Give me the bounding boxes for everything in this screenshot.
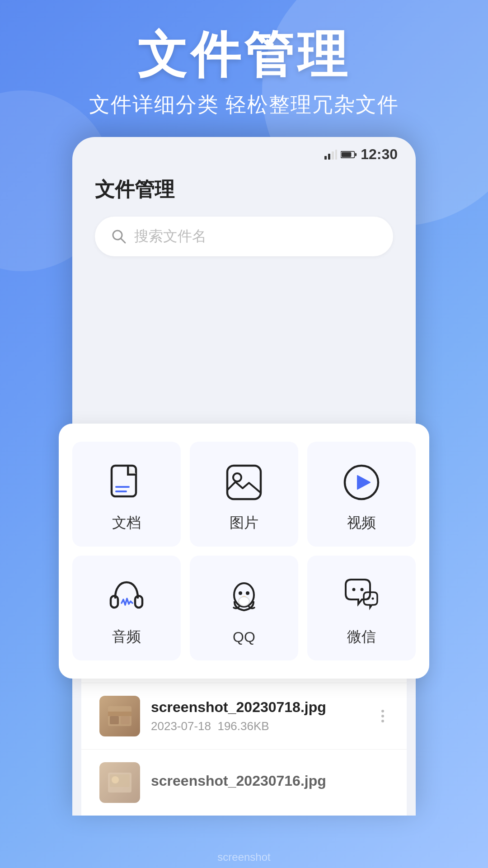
svg-line-8 — [121, 239, 125, 243]
svg-rect-1 — [328, 154, 330, 160]
category-item-wechat[interactable]: 微信 — [307, 556, 416, 660]
more-dots-icon-3 — [381, 710, 384, 722]
svg-point-20 — [239, 597, 249, 606]
svg-rect-0 — [324, 156, 327, 160]
battery-icon — [341, 151, 357, 159]
file-name-screenshot1: screenshot_20230718.jpg — [151, 699, 366, 716]
document-icon-wrap — [104, 460, 149, 505]
file-name-screenshot2: screenshot_20230716.jpg — [151, 773, 389, 789]
page-sub-title: 文件详细分类 轻松整理冗杂文件 — [0, 91, 488, 119]
signal-icon — [324, 150, 337, 160]
phone-body: 文档 图片 — [72, 270, 416, 816]
svg-point-17 — [239, 591, 242, 595]
file-more-screenshot1[interactable] — [377, 705, 389, 727]
thumbnail-icon — [106, 703, 133, 730]
svg-point-23 — [367, 598, 370, 600]
bottom-label: screenshot — [0, 846, 488, 868]
svg-rect-31 — [108, 712, 131, 716]
status-time: 12:30 — [361, 146, 398, 163]
search-icon — [111, 228, 127, 245]
wechat-icon — [341, 576, 382, 617]
svg-rect-5 — [342, 152, 352, 157]
category-label-qq: QQ — [233, 629, 255, 646]
thumbnail-icon-2 — [106, 769, 133, 796]
svg-rect-11 — [227, 466, 261, 499]
svg-rect-32 — [110, 716, 119, 724]
qq-icon-wrap — [221, 576, 267, 621]
document-icon — [106, 462, 147, 503]
category-item-audio[interactable]: 音频 — [72, 556, 181, 660]
phone-mockup: 12:30 文件管理 搜索文件名 — [72, 137, 416, 816]
svg-point-24 — [372, 598, 374, 600]
audio-icon — [106, 576, 147, 617]
category-item-docs[interactable]: 文档 — [72, 442, 181, 547]
status-icons: 12:30 — [324, 146, 398, 163]
qq-icon — [224, 578, 264, 618]
category-label-wechat: 微信 — [347, 627, 376, 647]
svg-point-21 — [352, 588, 356, 591]
wechat-icon-wrap — [339, 574, 384, 619]
file-info-screenshot2: screenshot_20230716.jpg — [151, 773, 389, 793]
svg-point-36 — [112, 776, 119, 783]
svg-rect-33 — [121, 716, 130, 724]
app-header: 文件管理 — [72, 167, 416, 217]
category-item-qq[interactable]: QQ — [190, 556, 298, 660]
file-item-screenshot1[interactable]: screenshot_20230718.jpg 2023-07-18 196.3… — [81, 683, 407, 750]
video-icon — [341, 462, 382, 503]
status-bar: 12:30 — [72, 137, 416, 167]
category-label-video: 视频 — [347, 513, 376, 533]
svg-rect-3 — [335, 150, 337, 160]
category-label-images: 图片 — [230, 513, 258, 533]
category-section: 文档 图片 — [59, 424, 429, 679]
video-icon-wrap — [339, 460, 384, 505]
file-info-screenshot1: screenshot_20230718.jpg 2023-07-18 196.3… — [151, 699, 366, 733]
file-thumb-image1 — [99, 696, 140, 736]
category-label-audio: 音频 — [112, 627, 141, 647]
category-item-images[interactable]: 图片 — [190, 442, 298, 547]
category-label-docs: 文档 — [112, 513, 141, 533]
audio-icon-wrap — [104, 574, 149, 619]
svg-point-22 — [361, 588, 364, 591]
file-thumb-image2 — [99, 762, 140, 803]
search-placeholder: 搜索文件名 — [134, 226, 206, 246]
app-title: 文件管理 — [95, 176, 393, 203]
svg-rect-2 — [332, 151, 334, 160]
category-item-video[interactable]: 视频 — [307, 442, 416, 547]
page-main-title: 文件管理 — [0, 27, 488, 82]
category-grid: 文档 图片 — [72, 442, 416, 660]
svg-point-12 — [233, 473, 241, 481]
image-icon — [224, 462, 264, 503]
file-item-screenshot2[interactable]: screenshot_20230716.jpg — [81, 750, 407, 816]
file-meta-screenshot1: 2023-07-18 196.36KB — [151, 719, 366, 733]
search-bar[interactable]: 搜索文件名 — [95, 217, 393, 256]
svg-rect-6 — [355, 153, 357, 156]
image-icon-wrap — [221, 460, 267, 505]
svg-point-18 — [246, 591, 249, 595]
